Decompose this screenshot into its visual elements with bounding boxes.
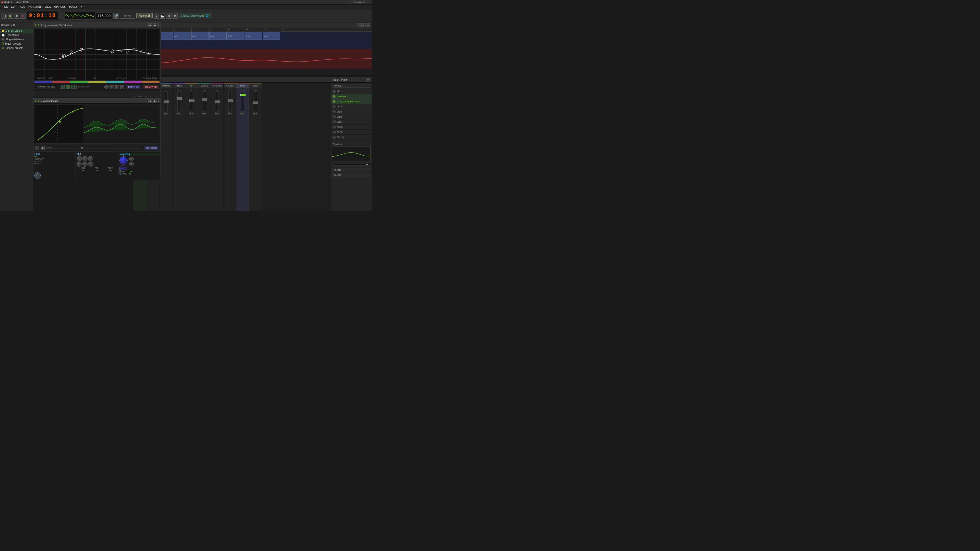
menu-add[interactable]: ADD [18,5,27,9]
strings2-fader[interactable] [203,91,206,112]
fx-slot-9-btn[interactable] [332,130,336,134]
rewind-button[interactable]: ⏮ [2,13,7,19]
pattern-button[interactable]: Pattern 28 [136,13,153,18]
mixer-btn[interactable]: ≡ [154,13,159,19]
stringction-fader-handle[interactable] [215,100,220,103]
bpm-display[interactable]: 115.000 [96,13,113,19]
sidebar-item-recent-files[interactable]: 🕐 Recent files [0,33,33,37]
maximus-prev-btn[interactable]: ◀ [148,99,152,103]
eq-knob-2[interactable] [110,85,114,89]
menu-options[interactable]: OPTIONS [52,5,67,9]
additive-mute-btn[interactable] [179,113,181,114]
synth-arp-mute-btn[interactable] [166,113,168,114]
maximus-view-btn[interactable]: ◉ [41,146,45,150]
sidebar-item-plugin-presets[interactable]: 🎛 Plugin presets [0,41,33,46]
cello-fader[interactable] [190,91,193,112]
piano-green-btn[interactable] [240,113,242,114]
synth-arp-fader-handle[interactable] [164,100,169,103]
brass-fader-handle[interactable] [253,102,258,104]
eq-mini-display[interactable] [332,146,371,162]
fx-slot-maximus-btn[interactable] [332,95,336,98]
fx-slot-eq[interactable]: Fruity parametric EQ 2 [331,99,372,104]
fx-slot-maximus[interactable]: Maximus [331,94,372,99]
menu-patterns[interactable]: PATTERNS [27,5,43,9]
solo-button[interactable]: SOLO [119,167,126,170]
mid-knob-6[interactable] [88,162,93,167]
online-news-button[interactable]: Click for online news 🌐 [179,13,211,18]
stringction-mute-btn[interactable] [217,113,219,114]
fx-volume-handle[interactable] [366,164,368,165]
playlist-btn[interactable]: ▦ [172,13,178,19]
fx-slot-9[interactable]: Slot 9 [331,130,372,135]
eq-knob-3[interactable] [115,85,119,89]
maximus-next-btn[interactable]: ▶ [153,99,157,103]
additive-green-btn[interactable] [177,113,179,114]
fx-close-btn[interactable]: × [366,78,370,82]
additive-fader-handle[interactable] [177,97,182,100]
close-btn[interactable]: × [1,1,3,3]
fx-volume-slider[interactable] [332,164,370,165]
playlist-zoom-out[interactable]: − [361,23,366,27]
fx-slot-4[interactable]: Slot 4 [331,104,372,109]
fx-slot-1[interactable]: Slot 1 [331,89,372,94]
piano-fader[interactable] [241,91,244,112]
menu-help[interactable]: ? [79,5,83,9]
max-btn[interactable]: □ [7,1,10,3]
mid-knob-1[interactable] [77,156,82,161]
maximus-mode-btn[interactable]: ↔ [35,146,39,150]
eq-knob-4[interactable] [120,85,124,89]
fx-slot-1-btn[interactable] [332,90,336,93]
fx-slot-10[interactable]: Slot 10 [331,135,372,140]
eq-mode-2[interactable]: ● [65,85,70,89]
fx-slot-4-btn[interactable] [332,105,336,108]
link-button[interactable]: 🔗 [113,13,119,19]
percussion-green-btn[interactable] [228,113,230,114]
eq-knob-1[interactable] [104,85,109,89]
fx-slot-8[interactable]: Slot 8 [331,124,372,130]
eq-display[interactable]: 1 2 3 LOW BASS BASS LOW MID MID [35,29,159,80]
eq-monitor-button[interactable]: MONITOR [126,85,141,89]
fx-slot-6-btn[interactable] [332,115,336,118]
mid-knob-4[interactable] [77,162,82,167]
fx-slot-5[interactable]: Slot 5 [331,109,372,114]
eq-compare-button[interactable]: COMPARE [143,85,159,89]
synth-arp-green-btn[interactable] [164,113,166,114]
sidebar-item-plugin-database[interactable]: 🔌 Plugin database [0,37,33,41]
arp-block-7[interactable]: Arp 2 [173,32,191,40]
strings2-green-btn[interactable] [202,113,204,114]
low-band-knob[interactable] [35,172,41,179]
maximus-monitor-button[interactable]: MONITOR [144,146,159,150]
playlist-scroll[interactable]: ↔ [366,23,370,27]
strings2-mute-btn[interactable] [204,113,207,114]
stringction-green-btn[interactable] [215,113,217,114]
fx-slot-8-btn[interactable] [332,125,336,129]
maximus-close-btn[interactable]: × [158,100,159,103]
synth-arp-fader[interactable] [165,91,168,112]
percussion-fader-handle[interactable] [228,100,233,102]
playlist-zoom-in[interactable]: + [357,23,361,27]
menu-view[interactable]: VIEW [43,5,53,9]
brass-green-btn[interactable] [253,113,255,114]
sidebar-item-channel-presets[interactable]: ⊞ Channel presets [0,46,33,50]
fx-slot-7-btn[interactable] [332,121,336,124]
mid-knob-2[interactable] [83,156,88,161]
fx-slot-10-btn[interactable] [332,136,336,139]
brass-mute-btn[interactable] [256,113,258,114]
eq-close-btn[interactable]: × [158,24,159,27]
fx-slot-5-btn[interactable] [332,110,336,113]
eq-next-btn[interactable]: ▶ [153,23,157,27]
percussion-fader[interactable] [228,91,231,112]
arp-block-11[interactable]: Arp 2 [245,32,262,40]
eq-prev-btn[interactable]: ◀ [148,23,152,27]
maximus-display[interactable] [35,105,159,143]
arp-block-8[interactable]: Arp 2 [191,32,209,40]
master-big-knob[interactable] [119,156,127,165]
fx-slot-6[interactable]: Slot 6 [331,114,372,119]
play-button[interactable]: ▶ [8,13,13,19]
menu-tools[interactable]: TOOLS [67,5,79,9]
master-sub-knob-2[interactable] [129,162,134,166]
stop-button[interactable]: ■ [14,13,19,19]
channel-rack-btn[interactable]: ⊞ [166,13,172,19]
arp-block-12[interactable]: Arp 2 [263,32,280,40]
arp-block-10[interactable]: Arp 2 [227,32,245,40]
